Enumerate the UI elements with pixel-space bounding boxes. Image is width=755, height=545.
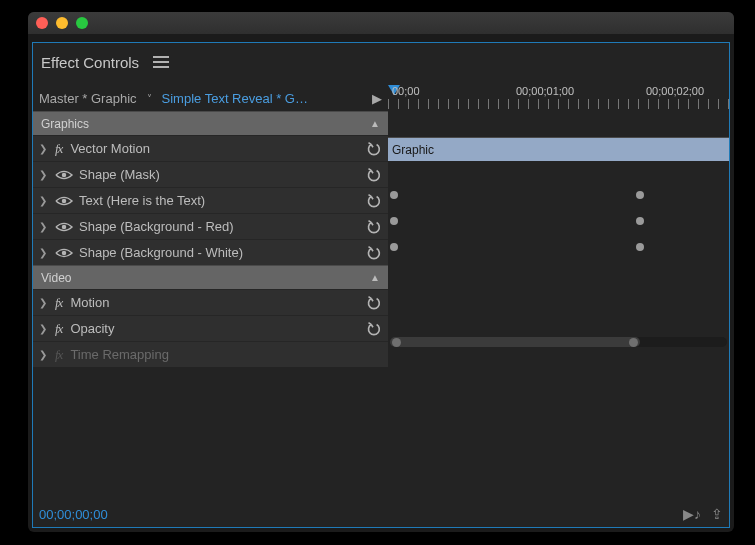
breadcrumb-sequence[interactable]: Simple Text Reveal * G…: [162, 91, 308, 106]
keyframe[interactable]: [390, 191, 398, 199]
row-time-remapping[interactable]: ❯ fx Time Remapping: [33, 341, 388, 367]
keyframe[interactable]: [636, 243, 644, 251]
disclosure-icon[interactable]: ❯: [39, 169, 51, 180]
reset-button[interactable]: [364, 246, 382, 260]
svg-point-2: [62, 224, 67, 229]
panel-title: Effect Controls: [41, 54, 139, 71]
reset-button[interactable]: [364, 322, 382, 336]
row-label: Shape (Background - Red): [77, 219, 364, 234]
row-label: Text (Here is the Text): [77, 193, 364, 208]
row-label: Time Remapping: [68, 347, 382, 362]
scrollbar-thumb[interactable]: [390, 337, 640, 347]
timeline-ruler[interactable]: 00;00 00;00;01;00 00;00;02;00: [388, 85, 729, 111]
eye-icon[interactable]: [55, 221, 73, 233]
collapse-arrow-icon[interactable]: ▲: [370, 272, 380, 283]
keyframe-area: [388, 161, 729, 327]
keyframe[interactable]: [636, 217, 644, 225]
eye-icon[interactable]: [55, 169, 73, 181]
row-label: Shape (Mask): [77, 167, 364, 182]
toggle-playback-icon[interactable]: ▶♪: [683, 506, 701, 522]
window-titlebar: [28, 12, 734, 34]
app-window: Effect Controls Master * Graphic ˅ Simpl…: [28, 12, 734, 532]
eye-icon[interactable]: [55, 195, 73, 207]
disclosure-icon[interactable]: ❯: [39, 247, 51, 258]
disclosure-icon[interactable]: ❯: [39, 221, 51, 232]
reset-button[interactable]: [364, 220, 382, 234]
row-label: Motion: [68, 295, 364, 310]
row-vector-motion[interactable]: ❯ fx Vector Motion: [33, 135, 388, 161]
keyframe[interactable]: [390, 217, 398, 225]
ruler-label: 00;00;01;00: [516, 85, 574, 97]
svg-point-0: [62, 172, 67, 177]
row-label: Shape (Background - White): [77, 245, 364, 260]
svg-point-3: [62, 250, 67, 255]
disclosure-icon[interactable]: ❯: [39, 323, 51, 334]
property-list: Graphics ▲ ❯ fx Vector Motion ❯ Shape (M…: [33, 111, 388, 367]
timeline-area[interactable]: Graphic: [388, 111, 729, 367]
reset-button[interactable]: [364, 142, 382, 156]
eye-icon[interactable]: [55, 247, 73, 259]
export-icon[interactable]: ⇪: [711, 506, 723, 522]
clip-label: Graphic: [392, 143, 434, 157]
fx-badge-icon[interactable]: fx: [55, 295, 62, 311]
scrollbar-handle-left[interactable]: [392, 338, 401, 347]
row-shape-mask[interactable]: ❯ Shape (Mask): [33, 161, 388, 187]
svg-point-1: [62, 198, 67, 203]
group-label: Video: [41, 271, 71, 285]
keyframe[interactable]: [636, 191, 644, 199]
row-label: Vector Motion: [68, 141, 364, 156]
chevron-down-icon[interactable]: ˅: [147, 93, 152, 104]
keyframe[interactable]: [390, 243, 398, 251]
group-header-video[interactable]: Video ▲: [33, 265, 388, 289]
scrollbar-handle-right[interactable]: [629, 338, 638, 347]
window-close-button[interactable]: [36, 17, 48, 29]
effect-controls-panel: Effect Controls Master * Graphic ˅ Simpl…: [32, 42, 730, 528]
row-text[interactable]: ❯ Text (Here is the Text): [33, 187, 388, 213]
disclosure-icon[interactable]: ❯: [39, 349, 51, 360]
panel-menu-icon[interactable]: [153, 53, 169, 71]
row-opacity[interactable]: ❯ fx Opacity: [33, 315, 388, 341]
reset-button[interactable]: [364, 296, 382, 310]
row-shape-bg-red[interactable]: ❯ Shape (Background - Red): [33, 213, 388, 239]
window-maximize-button[interactable]: [76, 17, 88, 29]
disclosure-icon[interactable]: ❯: [39, 195, 51, 206]
timeline-zoom-scrollbar[interactable]: [390, 337, 727, 347]
ruler-label: 00;00;02;00: [646, 85, 704, 97]
window-minimize-button[interactable]: [56, 17, 68, 29]
group-label: Graphics: [41, 117, 89, 131]
disclosure-icon[interactable]: ❯: [39, 143, 51, 154]
row-label: Opacity: [68, 321, 364, 336]
reset-button[interactable]: [364, 168, 382, 182]
breadcrumb-master[interactable]: Master * Graphic: [39, 91, 137, 106]
fx-badge-disabled-icon: fx: [55, 347, 62, 363]
fx-badge-icon[interactable]: fx: [55, 141, 62, 157]
reset-button[interactable]: [364, 194, 382, 208]
row-shape-bg-white[interactable]: ❯ Shape (Background - White): [33, 239, 388, 265]
fx-badge-icon[interactable]: fx: [55, 321, 62, 337]
current-timecode[interactable]: 00;00;00;00: [39, 507, 108, 522]
ruler-label: 00;00: [392, 85, 420, 97]
show-timeline-icon[interactable]: ▶: [372, 91, 382, 106]
clip-bar[interactable]: Graphic: [388, 137, 729, 161]
group-header-graphics[interactable]: Graphics ▲: [33, 111, 388, 135]
collapse-arrow-icon[interactable]: ▲: [370, 118, 380, 129]
row-motion[interactable]: ❯ fx Motion: [33, 289, 388, 315]
disclosure-icon[interactable]: ❯: [39, 297, 51, 308]
